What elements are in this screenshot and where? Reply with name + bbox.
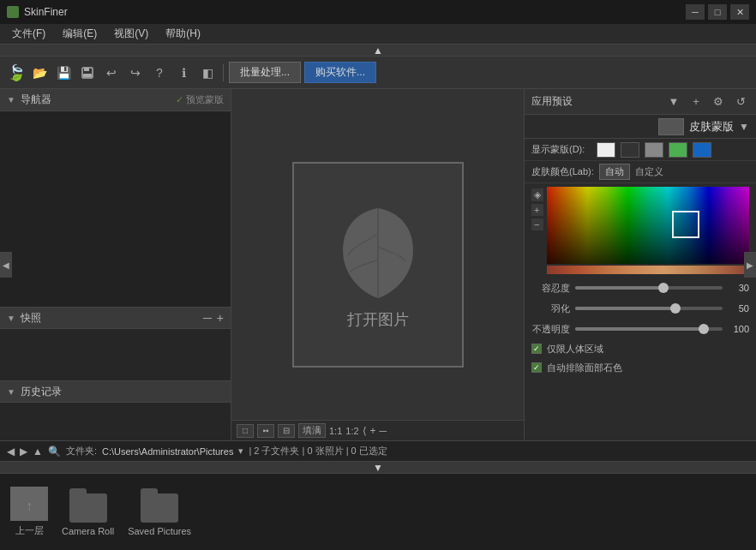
buy-software-button[interactable]: 购买软件... xyxy=(304,62,376,83)
svg-rect-1 xyxy=(84,68,89,71)
filmstrip-saved-pictures-item[interactable]: Saved Pictures xyxy=(128,488,191,536)
right-collapse-arrow[interactable]: ▶ xyxy=(744,252,756,278)
feather-slider[interactable] xyxy=(575,307,723,310)
filmstrip-camera-roll-item[interactable]: Camera Roll xyxy=(62,488,114,536)
display-mode-row: 显示蒙版(D): xyxy=(525,139,756,161)
save-icon[interactable]: 💾 xyxy=(53,63,74,83)
save-as-icon[interactable] xyxy=(77,63,98,83)
zoom-out-icon[interactable]: + xyxy=(370,425,376,437)
window-controls: ─ □ ✕ xyxy=(686,4,749,20)
feather-value: 50 xyxy=(728,303,749,314)
tolerance-label: 容忍度 xyxy=(531,282,570,295)
open-folder-icon[interactable]: 📂 xyxy=(29,63,50,83)
toolbar-separator xyxy=(223,64,224,81)
redo-icon[interactable]: ↪ xyxy=(125,63,146,83)
preset-settings-icon[interactable]: ⚙ xyxy=(710,93,727,111)
opacity-value: 100 xyxy=(728,324,749,334)
navigator-badge: ✓ 预览蒙版 xyxy=(176,93,224,106)
ratio-1-1[interactable]: 1:1 xyxy=(329,426,342,436)
zoom-fit-icon[interactable]: ─ xyxy=(380,425,387,437)
status-path: C:\Users\Administrator\Pictures xyxy=(102,446,233,457)
mode-green-button[interactable] xyxy=(669,142,687,158)
view-single-button[interactable]: □ xyxy=(237,424,254,438)
center-panel: 打开图片 □ ▪▪ ⊟ 填满 1:1 1:2 ⟨ + ─ xyxy=(231,89,525,440)
svg-rect-2 xyxy=(83,74,92,77)
info-icon[interactable]: ℹ xyxy=(173,63,194,83)
menu-help[interactable]: 帮助(H) xyxy=(160,25,206,43)
filmstrip-up-label: 上一层 xyxy=(15,524,44,537)
left-collapse-arrow[interactable]: ◀ xyxy=(0,252,12,278)
maximize-button[interactable]: □ xyxy=(708,4,727,20)
feather-slider-row: 羽化 50 xyxy=(525,298,756,319)
skin-mask-preview xyxy=(658,118,684,135)
status-info: | 2 子文件夹 | 0 张照片 | 0 已选定 xyxy=(249,445,387,457)
help-icon[interactable]: ? xyxy=(149,63,170,83)
navigator-collapse-icon[interactable]: ▼ xyxy=(7,95,15,105)
body-only-checkbox-row: ✓ 仅限人体区域 xyxy=(525,339,756,358)
menu-file[interactable]: 文件(F) xyxy=(7,25,51,43)
title-bar: SkinFiner ─ □ ✕ xyxy=(0,0,756,24)
preset-add-icon[interactable]: + xyxy=(687,93,705,111)
undo-icon[interactable]: ↩ xyxy=(101,63,122,83)
mode-white-button[interactable] xyxy=(597,142,615,158)
left-panel: ▼ 导航器 ✓ 预览蒙版 ▼ 快照 ─ + ▼ 历史记录 xyxy=(0,89,231,440)
skin-color-label: 皮肤颜色(Lab): xyxy=(531,165,594,178)
preset-dropdown-icon[interactable]: ▼ xyxy=(665,93,682,111)
color-tool-3-icon[interactable]: − xyxy=(531,218,543,230)
canvas-bottom-bar: □ ▪▪ ⊟ 填满 1:1 1:2 ⟨ + ─ xyxy=(231,420,524,440)
leaf-logo-icon: 🍃 xyxy=(7,63,26,82)
history-collapse-icon[interactable]: ▼ xyxy=(7,387,15,397)
mode-blue-button[interactable] xyxy=(693,142,711,158)
hue-gradient-bar[interactable] xyxy=(547,266,749,274)
tolerance-value: 30 xyxy=(728,283,749,293)
snapshot-title: 快照 xyxy=(21,311,198,326)
body-only-checkbox[interactable]: ✓ xyxy=(531,344,542,354)
canvas-open-text[interactable]: 打开图片 xyxy=(347,309,409,330)
app-icon xyxy=(7,6,19,18)
skin-mask-dropdown-icon[interactable]: ▼ xyxy=(739,121,749,133)
status-back-icon[interactable]: ◀ xyxy=(7,445,15,457)
preset-refresh-icon[interactable]: ↺ xyxy=(732,93,749,111)
opacity-slider[interactable] xyxy=(575,327,723,331)
canvas-placeholder: 打开图片 xyxy=(292,162,464,368)
snapshot-minus-button[interactable]: ─ xyxy=(203,311,212,325)
fill-button[interactable]: 填满 xyxy=(298,423,326,438)
title-bar-left: SkinFiner xyxy=(7,6,68,18)
bottom-collapse-arrow[interactable]: ▼ xyxy=(0,461,756,473)
view-overlay-button[interactable]: ⊟ xyxy=(278,424,295,438)
navigator-header: ▼ 导航器 ✓ 预览蒙版 xyxy=(0,89,231,111)
filmstrip-up-item[interactable]: ↑ 上一层 xyxy=(10,487,48,537)
auto-button[interactable]: 自动 xyxy=(599,164,630,180)
zoom-in-icon[interactable]: ⟨ xyxy=(363,425,367,437)
tolerance-slider[interactable] xyxy=(575,286,723,290)
minimize-button[interactable]: ─ xyxy=(686,4,705,20)
view-split-button[interactable]: ▪▪ xyxy=(257,424,274,438)
batch-process-button[interactable]: 批量处理... xyxy=(229,62,301,83)
status-dropdown-icon[interactable]: ▾ xyxy=(238,445,243,457)
compare-icon[interactable]: ◧ xyxy=(197,63,218,83)
history-title: 历史记录 xyxy=(21,385,224,399)
close-button[interactable]: ✕ xyxy=(730,4,749,20)
snapshot-add-button[interactable]: + xyxy=(217,311,224,325)
feather-thumb[interactable] xyxy=(670,303,681,314)
status-search-icon[interactable]: 🔍 xyxy=(48,445,61,457)
ratio-1-2[interactable]: 1:2 xyxy=(345,426,358,436)
mode-dark-button[interactable] xyxy=(621,142,639,158)
status-up-icon[interactable]: ▲ xyxy=(33,445,43,457)
color-tool-1-icon[interactable]: ◈ xyxy=(531,188,543,201)
top-collapse-arrow[interactable]: ▲ xyxy=(0,45,756,57)
menu-edit[interactable]: 编辑(E) xyxy=(57,25,102,43)
color-tool-2-icon[interactable]: + xyxy=(531,204,543,216)
tolerance-thumb[interactable] xyxy=(658,283,669,293)
color-gradient[interactable] xyxy=(547,187,749,264)
opacity-thumb[interactable] xyxy=(699,324,709,334)
menu-view[interactable]: 视图(V) xyxy=(109,25,153,43)
snapshot-collapse-icon[interactable]: ▼ xyxy=(7,314,15,323)
snapshot-section: ▼ 快照 ─ + xyxy=(0,307,231,380)
status-forward-icon[interactable]: ▶ xyxy=(20,445,27,457)
mode-gray-button[interactable] xyxy=(645,142,663,158)
color-picker-area: ◈ + − xyxy=(525,183,756,278)
history-area xyxy=(0,403,231,440)
custom-link[interactable]: 自定义 xyxy=(635,165,663,178)
auto-exclude-checkbox[interactable]: ✓ xyxy=(531,362,542,373)
